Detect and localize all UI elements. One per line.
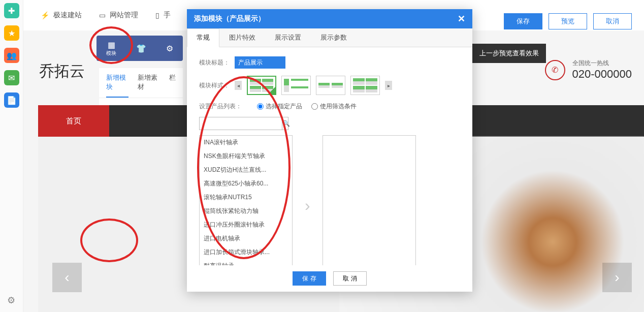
dock-icon-5[interactable]: 📄 bbox=[4, 92, 19, 108]
toolbar-label: 模块 bbox=[106, 50, 116, 57]
radio-use-filter[interactable]: 使用筛选条件 bbox=[311, 102, 357, 111]
search-icon[interactable]: 🔍 bbox=[282, 117, 290, 130]
preview-tip: 上一步预览查看效果 bbox=[472, 44, 546, 63]
panel-tab-add-module[interactable]: 新增模块 bbox=[106, 73, 128, 98]
radio-select-specific[interactable]: 选择指定产品 bbox=[257, 102, 302, 111]
style-next[interactable]: ▸ bbox=[385, 81, 392, 90]
close-icon[interactable]: ✕ bbox=[458, 13, 465, 24]
product-search: 🔍 bbox=[199, 117, 288, 130]
window-icon: ▭ bbox=[99, 11, 106, 19]
panel-tab-add-asset[interactable]: 新增素材 bbox=[138, 73, 160, 98]
list-item[interactable]: 辊筒线张紧轮动力轴 bbox=[200, 204, 292, 218]
modal-tab-display-param[interactable]: 展示参数 bbox=[311, 28, 357, 47]
list-item[interactable]: NSK鱼眼杆端关节轴承 bbox=[200, 149, 292, 163]
available-products-list[interactable]: INA滚针轴承NSK鱼眼杆端关节轴承XUDZ切边H法兰直线...高速微型625小… bbox=[199, 135, 293, 265]
style-thumb-3[interactable] bbox=[316, 76, 345, 95]
list-item[interactable]: 滚轮轴承NUTR15 bbox=[200, 191, 292, 204]
module-title-input[interactable] bbox=[235, 56, 285, 69]
transfer-right-icon[interactable]: › bbox=[305, 196, 310, 215]
list-setting-label: 设置产品列表： bbox=[199, 102, 248, 111]
style-thumb-2[interactable] bbox=[281, 76, 311, 95]
save-button[interactable]: 保存 bbox=[504, 13, 542, 29]
gear-icon: ⚙ bbox=[166, 44, 173, 53]
modal-save-button[interactable]: 保 存 bbox=[293, 271, 326, 286]
hotline: ✆ 全国统一热线 020-000000 bbox=[545, 59, 632, 81]
dock-icon-1[interactable]: ✚ bbox=[4, 3, 19, 18]
list-item[interactable]: 高速微型625小轴承60... bbox=[200, 177, 292, 191]
carousel-prev[interactable]: ‹ bbox=[52, 263, 82, 292]
modal-title: 添加模块（产品展示） bbox=[194, 14, 265, 23]
list-item[interactable]: 进口冲压外圈滚针轴承 bbox=[200, 218, 292, 232]
carousel-next[interactable]: › bbox=[602, 263, 632, 292]
module-toolbar: ▦ 模块 👕 ⚙ bbox=[96, 36, 183, 61]
module-toolbar-shirt[interactable]: 👕 bbox=[136, 44, 146, 53]
dock-icon-2[interactable]: ★ bbox=[4, 25, 19, 41]
nav-home[interactable]: 首页 bbox=[38, 105, 109, 137]
list-item[interactable]: XUDZ切边H法兰直线... bbox=[200, 163, 292, 177]
hotline-label: 全国统一热线 bbox=[572, 59, 632, 68]
cancel-button[interactable]: 取消 bbox=[593, 13, 632, 29]
modal-tab-general[interactable]: 常规 bbox=[187, 28, 219, 47]
list-item[interactable]: 进口电机轴承 bbox=[200, 232, 292, 245]
shirt-icon: 👕 bbox=[136, 44, 146, 53]
modal-header: 添加模块（产品展示） ✕ bbox=[187, 9, 472, 28]
dock-icon-4[interactable]: ✉ bbox=[4, 70, 19, 85]
modal-tab-image-effect[interactable]: 图片特效 bbox=[219, 28, 265, 47]
style-thumb-4[interactable] bbox=[350, 76, 380, 95]
list-item[interactable]: 耐高温轴承 bbox=[200, 259, 292, 265]
modal-tabs: 常规 图片特效 展示设置 展示参数 bbox=[187, 28, 472, 47]
module-toolbar-module[interactable]: ▦ 模块 bbox=[106, 40, 116, 57]
style-field-label: 模块样式： bbox=[199, 81, 235, 90]
top-right-buttons: 保存 预览 取消 bbox=[504, 13, 632, 29]
dock-icon-3[interactable]: 👥 bbox=[4, 48, 19, 63]
list-item[interactable]: INA滚针轴承 bbox=[200, 136, 292, 149]
product-search-input[interactable] bbox=[200, 117, 282, 130]
top-item-site-manage[interactable]: ▭ 网站管理 bbox=[99, 11, 138, 20]
panel-tab-column[interactable]: 栏 bbox=[169, 73, 176, 98]
lightning-icon: ⚡ bbox=[41, 11, 49, 19]
grid-icon: ▦ bbox=[108, 40, 115, 50]
phone-icon: ✆ bbox=[545, 60, 565, 80]
add-module-modal: 添加模块（产品展示） ✕ 常规 图片特效 展示设置 展示参数 模块标题： 模块样… bbox=[187, 9, 472, 292]
mobile-icon: ▯ bbox=[155, 11, 159, 19]
selected-products-list[interactable] bbox=[323, 135, 416, 265]
settings-gear-icon[interactable]: ⚙ bbox=[7, 295, 15, 306]
hotline-number: 020-000000 bbox=[572, 68, 632, 81]
app-dock: ✚ ★ 👥 ✉ 📄 bbox=[0, 0, 23, 312]
modal-tab-display-setting[interactable]: 展示设置 bbox=[265, 28, 311, 47]
list-item[interactable]: 进口加长箱式滑块轴承... bbox=[200, 245, 292, 259]
modal-cancel-button[interactable]: 取 消 bbox=[333, 271, 367, 286]
top-label: 手 bbox=[164, 11, 171, 20]
top-item-mobile[interactable]: ▯ 手 bbox=[155, 11, 171, 20]
top-label: 极速建站 bbox=[53, 11, 82, 20]
module-toolbar-settings[interactable]: ⚙ bbox=[166, 44, 173, 53]
brand-logo-text: 乔拓云 bbox=[39, 61, 85, 82]
preview-button[interactable]: 预览 bbox=[549, 13, 587, 29]
top-item-speed-build[interactable]: ⚡ 极速建站 bbox=[41, 11, 82, 20]
top-label: 网站管理 bbox=[110, 11, 138, 20]
style-thumb-1[interactable] bbox=[247, 76, 276, 95]
title-field-label: 模块标题： bbox=[199, 58, 235, 67]
style-prev[interactable]: ◂ bbox=[235, 81, 242, 90]
